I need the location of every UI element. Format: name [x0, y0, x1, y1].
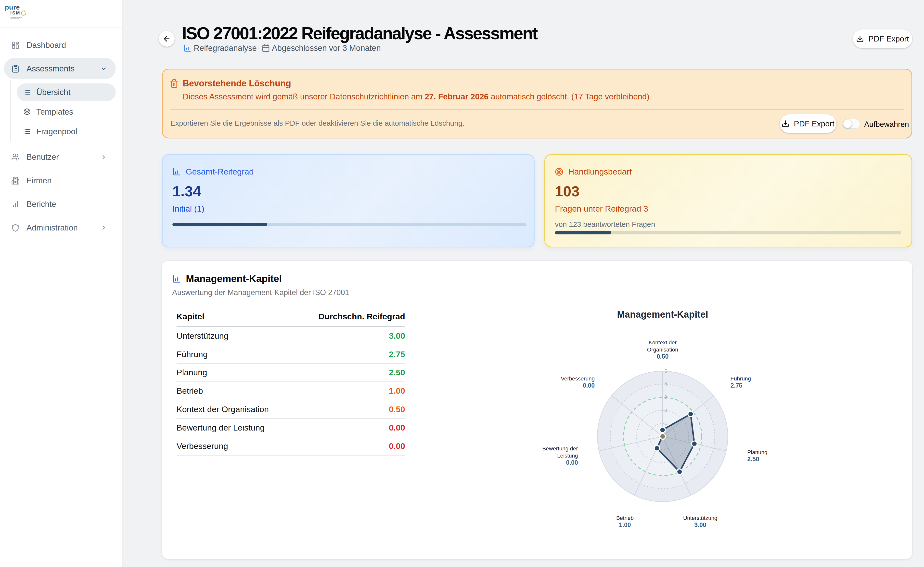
svg-text:2.75: 2.75: [730, 382, 742, 389]
svg-text:Führung: Führung: [730, 376, 751, 382]
svg-text:Organisation: Organisation: [647, 347, 678, 353]
svg-text:Planung: Planung: [747, 449, 767, 455]
svg-text:0.00: 0.00: [583, 382, 595, 389]
svg-text:Unterstützung: Unterstützung: [683, 515, 717, 521]
svg-text:4: 4: [664, 381, 667, 387]
svg-text:1: 1: [664, 421, 667, 426]
svg-text:Betrieb: Betrieb: [616, 515, 634, 521]
svg-text:0.00: 0.00: [566, 459, 578, 466]
svg-text:1.00: 1.00: [619, 521, 631, 528]
svg-text:Kontext der: Kontext der: [649, 340, 677, 346]
svg-text:2: 2: [664, 408, 667, 413]
svg-text:Management-Kapitel: Management-Kapitel: [617, 309, 708, 320]
svg-text:0.50: 0.50: [657, 353, 669, 360]
svg-text:3: 3: [664, 394, 667, 400]
svg-text:5: 5: [664, 368, 667, 374]
svg-text:Verbesserung: Verbesserung: [561, 376, 595, 382]
svg-text:3.00: 3.00: [694, 521, 706, 528]
svg-text:Leistung: Leistung: [557, 453, 578, 459]
svg-text:2.50: 2.50: [747, 456, 759, 462]
svg-text:Bewertung der: Bewertung der: [542, 445, 578, 452]
